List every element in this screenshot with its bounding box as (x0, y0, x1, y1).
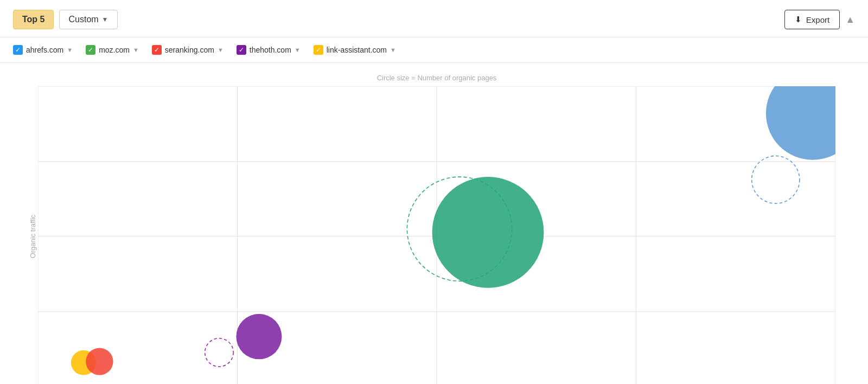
checkbox-ahrefs[interactable]: ✓ (13, 45, 23, 55)
chart-inner: Organic traffic Organic traffic value (38, 86, 835, 384)
export-button[interactable]: ⬇ Export (784, 10, 840, 29)
checkbox-moz[interactable]: ✓ (86, 45, 95, 55)
scatter-chart: 1M 750K 500K 250K 0 $0 $350K $700K $1.1M… (38, 86, 835, 384)
toolbar-right: ⬇ Export ▲ (784, 10, 855, 29)
legend-item-ahrefs[interactable]: ✓ ahrefs.com ▼ (13, 45, 73, 55)
chevron-down-icon: ▼ (133, 47, 139, 53)
bubble-moz-outline[interactable] (752, 156, 800, 203)
custom-dropdown-button[interactable]: Custom ▼ (59, 10, 117, 29)
checkbox-linkassistant[interactable]: ✓ (314, 45, 323, 55)
chevron-down-icon: ▼ (218, 47, 224, 53)
bubble-thehoth-outline[interactable] (205, 338, 234, 367)
bubble-seranking-small[interactable] (86, 348, 113, 375)
bubble-ahrefs[interactable] (766, 86, 835, 160)
chart-area: Circle size = Number of organic pages Or… (0, 63, 868, 384)
chart-subtitle: Circle size = Number of organic pages (38, 74, 835, 82)
chevron-down-icon: ▼ (295, 47, 301, 53)
legend-item-seranking[interactable]: ✓ seranking.com ▼ (152, 45, 224, 55)
legend-bar: ✓ ahrefs.com ▼ ✓ moz.com ▼ ✓ seranking.c… (0, 37, 868, 63)
collapse-button[interactable]: ▲ (845, 14, 855, 25)
legend-label-ahrefs: ahrefs.com (26, 46, 63, 54)
legend-label-moz: moz.com (99, 46, 130, 54)
checkbox-thehoth[interactable]: ✓ (237, 45, 246, 55)
y-axis-label: Organic traffic (29, 214, 37, 258)
legend-label-thehoth: thehoth.com (250, 46, 291, 54)
export-label: Export (806, 15, 829, 24)
legend-label-linkassistant: link-assistant.com (327, 46, 387, 54)
legend-item-thehoth[interactable]: ✓ thehoth.com ▼ (237, 45, 301, 55)
chevron-down-icon: ▼ (102, 16, 108, 23)
custom-label: Custom (68, 15, 98, 24)
chevron-down-icon: ▼ (390, 47, 396, 53)
bubble-thehoth-solid[interactable] (236, 314, 282, 360)
export-icon: ⬇ (795, 15, 802, 24)
toolbar: Top 5 Custom ▼ ⬇ Export ▲ (0, 0, 868, 37)
toolbar-left: Top 5 Custom ▼ (13, 10, 118, 29)
legend-item-moz[interactable]: ✓ moz.com ▼ (86, 45, 139, 55)
chevron-down-icon: ▼ (67, 47, 73, 53)
main-container: Top 5 Custom ▼ ⬇ Export ▲ ✓ ahrefs.com ▼… (0, 0, 868, 384)
checkbox-seranking[interactable]: ✓ (152, 45, 162, 55)
legend-label-seranking: seranking.com (165, 46, 214, 54)
bubble-seranking-large[interactable] (432, 177, 544, 288)
top5-button[interactable]: Top 5 (13, 10, 54, 29)
legend-item-linkassistant[interactable]: ✓ link-assistant.com ▼ (314, 45, 396, 55)
